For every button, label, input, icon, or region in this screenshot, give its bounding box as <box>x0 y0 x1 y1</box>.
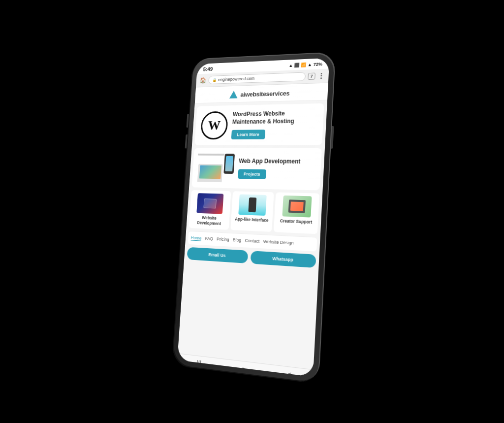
phone-outer: 5:49 ▲ ⬛ 📶 ▲ 72% 🏠 🔒 enginepowered.com <box>172 52 336 384</box>
projects-button[interactable]: Projects <box>238 169 266 179</box>
browser-tabs-icon[interactable]: 7 <box>308 72 315 79</box>
signal-icon: 📶 <box>301 62 306 67</box>
nav-blog[interactable]: Blog <box>233 237 242 243</box>
creator-support-image <box>282 195 312 218</box>
website-content: aiwebsiteservices W WordPress Website Ma… <box>178 83 328 369</box>
volume-up-button[interactable] <box>186 113 189 127</box>
phone-mockup <box>223 154 235 174</box>
phone-mini-icon <box>248 197 256 212</box>
wordpress-logo: W <box>200 111 229 139</box>
wifi-icon: ▲ <box>308 62 312 67</box>
notification-icons: ▲ ⬛ <box>288 63 299 68</box>
whatsapp-button[interactable]: Whatsapp <box>250 251 316 268</box>
website-dev-card[interactable]: Website Development <box>189 190 231 230</box>
lock-icon: 🔒 <box>212 77 217 82</box>
volume-down-button[interactable] <box>185 134 188 148</box>
battery-icon: 72% <box>314 62 322 67</box>
creator-support-card[interactable]: Creator Support <box>274 192 319 234</box>
logo-text: aiwebsiteservices <box>240 89 290 98</box>
webapp-service-info: Web App Development Projects <box>238 157 315 180</box>
learn-more-button[interactable]: Learn More <box>231 130 265 139</box>
nav-website-design[interactable]: Website Design <box>263 239 294 246</box>
mini-cards-row: Website Development App-like Interface <box>189 190 319 234</box>
phone-bottom-nav: ||| ○ < <box>177 353 313 377</box>
nav-home[interactable]: Home <box>190 235 201 241</box>
address-bar[interactable]: 🔒 enginepowered.com <box>208 72 306 84</box>
website-dev-image <box>197 193 224 214</box>
nav-faq[interactable]: FAQ <box>205 236 213 242</box>
back-gesture[interactable]: < <box>287 370 291 377</box>
nav-contact[interactable]: Contact <box>245 238 259 244</box>
status-icons: ▲ ⬛ 📶 ▲ 72% <box>288 62 322 68</box>
wordpress-title: WordPress Website Maintenance & Hosting <box>232 109 317 126</box>
status-time: 5:49 <box>203 66 213 72</box>
cta-buttons-row: Email Us Whatsapp <box>187 247 316 267</box>
app-interface-image <box>238 194 267 216</box>
phone-screen: 5:49 ▲ ⬛ 📶 ▲ 72% 🏠 🔒 enginepowered.com <box>177 58 329 377</box>
logo-triangle-icon <box>229 91 238 98</box>
creator-support-label: Creator Support <box>280 218 313 225</box>
phone-screen-inner <box>225 156 233 171</box>
phone-wrapper: 5:49 ▲ ⬛ 📶 ▲ 72% 🏠 🔒 enginepowered.com <box>172 52 336 384</box>
home-gesture[interactable]: ○ <box>241 364 245 373</box>
laptop-mockup <box>197 163 223 182</box>
power-button[interactable] <box>331 126 334 148</box>
email-us-button[interactable]: Email Us <box>187 247 248 263</box>
app-interface-label: App-like Interface <box>235 216 268 223</box>
browser-menu-icon[interactable]: ⋮ <box>317 72 325 79</box>
webapp-mockup-image <box>197 154 235 183</box>
address-text: enginepowered.com <box>218 76 255 82</box>
scene: 5:49 ▲ ⬛ 📶 ▲ 72% 🏠 🔒 enginepowered.com <box>0 0 504 423</box>
phone-shadow <box>195 387 327 411</box>
wordpress-card: W WordPress Website Maintenance & Hostin… <box>194 103 324 145</box>
app-interface-card[interactable]: App-like Interface <box>230 191 274 232</box>
browser-home-icon[interactable]: 🏠 <box>200 77 207 84</box>
nav-pricing[interactable]: Pricing <box>217 236 229 242</box>
webapp-card: Web App Development Projects <box>191 148 321 190</box>
website-dev-label: Website Development <box>192 215 227 227</box>
laptop-screen <box>199 165 221 179</box>
wordpress-service-info: WordPress Website Maintenance & Hosting … <box>231 109 318 139</box>
recent-apps-gesture[interactable]: ||| <box>196 358 202 367</box>
webapp-title: Web App Development <box>239 157 315 165</box>
laptop-base <box>198 154 224 156</box>
